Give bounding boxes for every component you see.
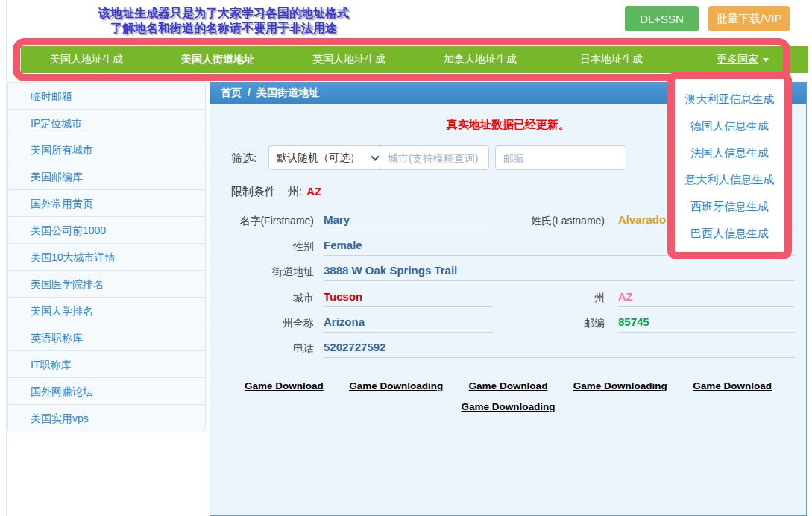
breadcrumb-separator: / <box>248 86 251 98</box>
sidebar-item-temp-mail[interactable]: 临时邮箱 <box>8 83 205 110</box>
game-links-row-1: Game Download Game Downloading Game Down… <box>210 379 806 392</box>
zip-search-input[interactable] <box>495 145 626 170</box>
dropdown-item-france[interactable]: 法国人信息生成 <box>675 139 784 166</box>
chevron-down-icon <box>763 58 769 62</box>
dropdown-item-italy[interactable]: 意大利人信息生成 <box>675 166 784 193</box>
state-full-value: Arizona <box>324 315 493 333</box>
disclaimer-line-1: 该地址生成器只是为了大家学习各国的地址格式 <box>30 6 418 21</box>
breadcrumb-home[interactable]: 首页 <box>221 86 242 98</box>
zip-value: 85745 <box>618 315 795 333</box>
nav-item-us-street-address[interactable]: 美国人街道地址 <box>152 46 283 73</box>
select-chevron-icon <box>371 152 379 160</box>
nav-item-uk-address[interactable]: 英国人地址生成 <box>283 46 415 73</box>
restriction-state-label: 州: <box>288 185 302 198</box>
disclaimer-text: 该地址生成器只是为了大家学习各国的地址格式 了解地名和街道的名称请不要用于非法用… <box>30 6 418 36</box>
filter-select-value: 默认随机（可选） <box>277 151 360 165</box>
gender-label: 性别 <box>210 240 314 254</box>
nav-item-japan-address[interactable]: 日本地址生成 <box>546 46 677 73</box>
state-label: 州 <box>515 292 605 305</box>
sidebar-item-it-job-titles[interactable]: IT职称库 <box>8 351 205 378</box>
page: 该地址生成器只是为了大家学习各国的地址格式 了解地名和街道的名称请不要用于非法用… <box>0 0 812 516</box>
city-search-input[interactable] <box>380 145 489 170</box>
sidebar-item-us-zip-library[interactable]: 美国邮编库 <box>8 163 205 190</box>
street-value: 3888 W Oak Springs Trail <box>324 264 795 281</box>
restriction-label: 限制条件 <box>231 185 276 198</box>
phone-value: 5202727592 <box>324 341 795 358</box>
filter-type-select[interactable]: 默认随机（可选） <box>268 145 386 170</box>
game-download-link[interactable]: Game Downloading <box>461 401 555 412</box>
sidebar-item-us-top10-cities[interactable]: 美国10大城市详情 <box>8 244 205 271</box>
dropdown-item-germany[interactable]: 德国人信息生成 <box>675 113 784 139</box>
dropdown-item-spain[interactable]: 西班牙信息生成 <box>675 193 784 220</box>
game-download-link[interactable]: Game Downloading <box>573 380 667 391</box>
sidebar-item-yellow-pages[interactable]: 国外常用黄页 <box>8 190 205 217</box>
sidebar-item-us-all-cities[interactable]: 美国所有城市 <box>8 136 205 163</box>
lastname-label: 姓氏(Lastname) <box>515 215 605 228</box>
state-full-label: 州全称 <box>210 317 314 330</box>
dl-ssn-button[interactable]: DL+SSN <box>625 6 699 31</box>
batch-download-vip-button[interactable]: 批量下载/VIP <box>708 6 790 31</box>
more-countries-label: 更多国家 <box>717 53 758 66</box>
sidebar-item-us-top1000-companies[interactable]: 美国公司前1000 <box>8 217 205 244</box>
more-countries-dropdown: 澳大利亚信息生成 德国人信息生成 法国人信息生成 意大利人信息生成 西班牙信息生… <box>667 72 792 259</box>
city-value: Tucson <box>324 290 493 307</box>
breadcrumb-current: 美国街道地址 <box>256 86 319 98</box>
restriction-row: 限制条件州:AZ <box>231 185 321 199</box>
game-download-link[interactable]: Game Download <box>469 380 548 391</box>
filter-label: 筛选: <box>231 151 256 166</box>
game-download-link[interactable]: Game Download <box>245 380 324 391</box>
sidebar-item-overseas-forum[interactable]: 国外网赚论坛 <box>8 378 205 405</box>
nav-item-more-countries[interactable]: 更多国家 <box>677 46 808 73</box>
firstname-label: 名字(Firstname) <box>210 215 314 228</box>
game-download-link[interactable]: Game Download <box>693 380 772 391</box>
game-download-link[interactable]: Game Downloading <box>349 380 443 391</box>
state-value: AZ <box>618 290 795 307</box>
disclaimer-line-2: 了解地名和街道的名称请不要用于非法用途 <box>30 21 418 36</box>
phone-label: 电话 <box>210 342 314 356</box>
main-nav: 美国人地址生成 美国人街道地址 英国人地址生成 加拿大地址生成 日本地址生成 更… <box>21 46 808 73</box>
sidebar-item-us-vps[interactable]: 美国实用vps <box>8 405 205 432</box>
sidebar-item-english-job-titles[interactable]: 英语职称库 <box>8 324 205 351</box>
sidebar: 临时邮箱 IP定位城市 美国所有城市 美国邮编库 国外常用黄页 美国公司前100… <box>7 82 206 432</box>
sidebar-item-ip-city[interactable]: IP定位城市 <box>8 110 205 136</box>
nav-item-canada-address[interactable]: 加拿大地址生成 <box>415 46 546 73</box>
zip-label: 邮编 <box>515 317 605 330</box>
dropdown-item-australia[interactable]: 澳大利亚信息生成 <box>675 86 784 113</box>
street-label: 街道地址 <box>210 265 314 279</box>
firstname-value: Mary <box>324 213 493 230</box>
nav-item-us-address[interactable]: 美国人地址生成 <box>21 46 152 73</box>
city-label: 城市 <box>210 292 314 305</box>
page-left-border <box>6 0 7 516</box>
dropdown-item-brazil[interactable]: 巴西人信息生成 <box>675 220 784 247</box>
restriction-state-value: AZ <box>306 185 321 198</box>
sidebar-item-us-university-ranking[interactable]: 美国大学排名 <box>8 298 205 324</box>
game-links-row-2: Game Downloading <box>210 400 806 413</box>
sidebar-item-us-medical-schools[interactable]: 美国医学院排名 <box>8 271 205 298</box>
